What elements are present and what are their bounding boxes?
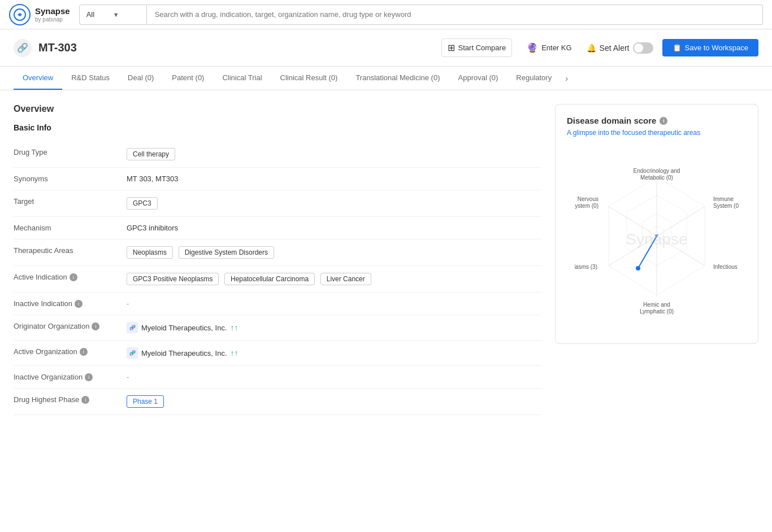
tabs-bar: Overview R&D Status Deal (0) Patent (0) …: [0, 67, 772, 90]
disease-domain-title-text: Disease domain score: [567, 116, 656, 125]
therapeutic-tag-neoplasms: Neoplasms: [127, 246, 173, 259]
save-icon: 📋: [673, 43, 682, 52]
highest-phase-info-icon: i: [81, 396, 89, 404]
target-value: GPC3: [127, 197, 541, 210]
logo-text: Synapse by patsnap: [35, 6, 70, 23]
app-name: Synapse: [35, 6, 70, 16]
right-panel: Disease domain score i A glimpse into th…: [555, 104, 758, 415]
compare-label: Start Compare: [458, 43, 506, 52]
inactive-indication-label: Inactive Indication i: [14, 299, 127, 308]
tab-approval[interactable]: Approval (0): [449, 67, 508, 90]
active-indication-label: Active Indication i: [14, 273, 127, 281]
start-compare-button[interactable]: ⊞ Start Compare: [441, 38, 513, 57]
drug-type-value: Cell therapy: [127, 148, 541, 160]
tab-overview[interactable]: Overview: [14, 67, 62, 90]
tab-clinical-result[interactable]: Clinical Result (0): [271, 67, 347, 90]
basic-info-title: Basic Info: [14, 123, 541, 132]
alert-icon: 🔔: [587, 43, 596, 53]
mechanism-label: Mechanism: [14, 224, 127, 232]
tabs-more-icon[interactable]: ›: [561, 67, 573, 90]
radar-chart-container: Synapse Endocrinology and Metabolic (0) …: [567, 146, 747, 332]
compare-icon: ⊞: [448, 42, 455, 53]
inactive-org-row: Inactive Organization i -: [14, 366, 541, 389]
drug-type-row: Drug Type Cell therapy: [14, 141, 541, 168]
tab-translational[interactable]: Translational Medicine (0): [346, 67, 449, 90]
indication-tag-hepato: Hepatocellular Carcinoma: [224, 273, 315, 285]
svg-text:System (0): System (0): [575, 203, 598, 209]
disease-domain-title: Disease domain score i: [567, 116, 747, 125]
active-org-row: Active Organization i 🧬 Myeloid Therapeu…: [14, 341, 541, 366]
svg-text:Hemic and: Hemic and: [643, 302, 670, 308]
main-content: Overview Basic Info Drug Type Cell thera…: [0, 90, 772, 429]
disease-domain-info-icon: i: [660, 117, 667, 125]
left-panel: Overview Basic Info Drug Type Cell thera…: [14, 104, 541, 415]
inactive-org-value: -: [127, 373, 541, 381]
svg-text:Immune: Immune: [713, 196, 734, 202]
svg-text:System (0): System (0): [713, 203, 739, 209]
search-dropdown-value: All: [86, 10, 113, 19]
inactive-indication-value: -: [127, 299, 541, 308]
title-bar: 🔗 MT-303 ⊞ Start Compare 🔮 Enter KG 🔔 Se…: [0, 29, 772, 67]
tab-patent[interactable]: Patent (0): [163, 67, 213, 90]
disease-domain-card: Disease domain score i A glimpse into th…: [555, 104, 758, 344]
synonyms-value: MT 303, MT303: [127, 175, 541, 183]
originator-org-name: Myeloid Therapeutics, Inc.: [141, 324, 227, 332]
inactive-org-info-icon: i: [85, 373, 93, 381]
tab-regulatory[interactable]: Regulatory: [507, 67, 561, 90]
target-tag: GPC3: [127, 197, 158, 210]
active-indication-info-icon: i: [70, 273, 77, 281]
inactive-org-label: Inactive Organization i: [14, 373, 127, 381]
active-org-link[interactable]: 🧬 Myeloid Therapeutics, Inc. ↑↑: [127, 347, 238, 359]
svg-text:Infectious (0): Infectious (0): [713, 264, 739, 270]
originator-org-row: Originator Organization i 🧬 Myeloid Ther…: [14, 315, 541, 341]
svg-text:Lymphatic (0): Lymphatic (0): [640, 308, 674, 315]
svg-text:Nervous: Nervous: [578, 196, 598, 202]
svg-text:Synapse: Synapse: [626, 230, 688, 248]
active-trend-icon: ↑↑: [231, 348, 238, 357]
kg-icon: 🔮: [527, 42, 538, 53]
tab-clinical-trial[interactable]: Clinical Trial: [213, 67, 271, 90]
mechanism-row: Mechanism GPC3 inhibitors: [14, 217, 541, 239]
toggle-switch-control[interactable]: [633, 42, 653, 54]
tab-deal[interactable]: Deal (0): [119, 67, 163, 90]
logo-icon: [9, 4, 31, 25]
drug-type-label: Drug Type: [14, 148, 127, 156]
originator-org-link[interactable]: 🧬 Myeloid Therapeutics, Inc. ↑↑: [127, 322, 238, 333]
target-row: Target GPC3: [14, 190, 541, 217]
originator-org-label: Originator Organization i: [14, 322, 127, 330]
alert-label: Set Alert: [600, 43, 630, 53]
svg-point-11: [636, 266, 640, 271]
originator-org-info-icon: i: [92, 322, 99, 330]
highest-phase-value: Phase 1: [127, 395, 541, 408]
originator-org-icon: 🧬: [127, 322, 138, 333]
active-org-label: Active Organization i: [14, 347, 127, 356]
inactive-indication-text: Inactive Indication: [14, 299, 72, 308]
radar-chart: Synapse Endocrinology and Metabolic (0) …: [575, 157, 739, 321]
search-dropdown[interactable]: All ▼: [79, 5, 147, 25]
highest-phase-row: Drug Highest Phase i Phase 1: [14, 389, 541, 415]
phase-tag: Phase 1: [127, 395, 164, 408]
save-label: Save to Workspace: [685, 43, 748, 52]
active-org-icon: 🧬: [127, 347, 138, 359]
active-indication-text: Active Indication: [14, 273, 67, 281]
svg-text:Metabolic (0): Metabolic (0): [640, 175, 673, 181]
active-indication-value: GPC3 Positive Neoplasms Hepatocellular C…: [127, 273, 541, 285]
app-byline: by patsnap: [35, 16, 70, 23]
originator-org-text: Originator Organization: [14, 322, 89, 330]
save-to-workspace-button[interactable]: 📋 Save to Workspace: [662, 39, 758, 56]
chevron-down-icon: ▼: [113, 11, 140, 18]
enter-kg-button[interactable]: 🔮 Enter KG: [521, 39, 577, 56]
inactive-org-text: Inactive Organization: [14, 373, 83, 381]
therapeutic-areas-row: Therapeutic Areas Neoplasms Digestive Sy…: [14, 239, 541, 266]
synonyms-label: Synonyms: [14, 175, 127, 183]
tab-rd-status[interactable]: R&D Status: [62, 67, 119, 90]
kg-label: Enter KG: [541, 43, 571, 52]
therapeutic-areas-value: Neoplasms Digestive System Disorders: [127, 246, 541, 259]
search-input[interactable]: [147, 5, 763, 25]
set-alert-toggle[interactable]: 🔔 Set Alert: [587, 42, 653, 54]
therapeutic-tag-digestive: Digestive System Disorders: [179, 246, 274, 259]
disease-domain-subtitle: A glimpse into the focused therapeutic a…: [567, 129, 747, 137]
highest-phase-label: Drug Highest Phase i: [14, 395, 127, 404]
svg-point-1: [19, 14, 21, 16]
svg-text:Endocrinology and: Endocrinology and: [634, 168, 680, 174]
